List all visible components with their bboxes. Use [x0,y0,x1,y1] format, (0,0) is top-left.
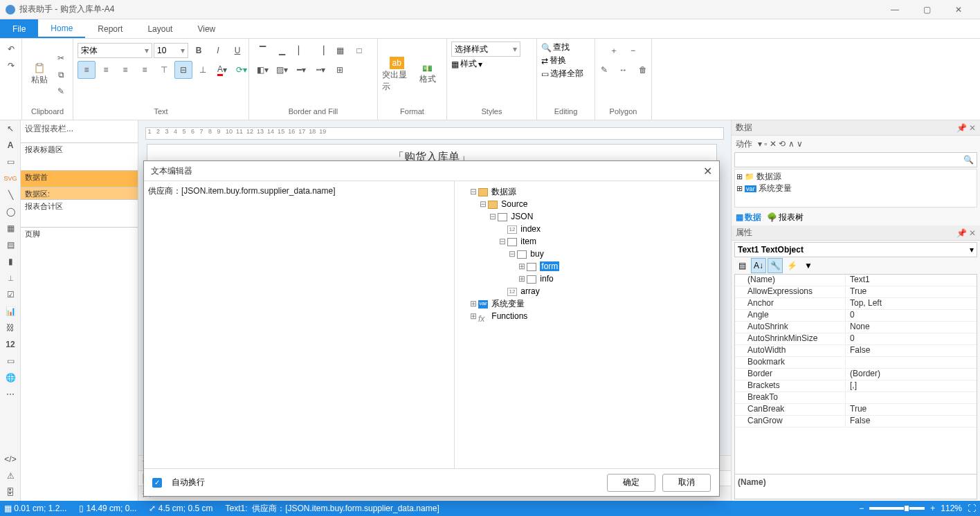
prop-value[interactable]: Top, Left [846,298,977,309]
menu-layout[interactable]: Layout [135,19,185,38]
rotate-button[interactable]: ⟳▾ [233,61,251,79]
prop-value[interactable] [846,357,977,368]
tool-svg[interactable]: SVG [0,170,21,187]
zoom-in-button[interactable]: + [930,504,935,513]
border-all-button[interactable]: ▦ [331,42,349,59]
prop-value[interactable]: [,] [846,380,977,391]
prop-value[interactable]: 0 [846,333,977,344]
tool-shape[interactable]: ◯ [0,203,21,220]
align-justify-button[interactable]: ≡ [136,61,154,79]
tool-line[interactable]: ╲ [0,187,21,203]
tool-globe[interactable]: 🌐 [0,369,21,386]
property-grid[interactable]: (Name)Text1AllowExpressionsTrueAnchorTop… [734,274,977,474]
outline-header[interactable]: 设置报表栏... [21,120,138,137]
tool-warn[interactable]: ⚠ [0,468,21,484]
valign-top-button[interactable]: ⊤ [155,61,173,79]
zoom-fit-button[interactable]: ⛶ [968,504,976,513]
pg-categorized[interactable]: ▤ [734,258,750,273]
poly-remove-button[interactable]: − [624,42,642,59]
tool-zip[interactable]: ⛓ [0,320,21,336]
dialog-close-button[interactable]: ✕ [703,165,712,178]
copy-button[interactable]: ⧉ [53,67,69,82]
data-search-input[interactable]: 🔍 [734,152,977,167]
border-none-button[interactable]: □ [350,42,368,59]
ok-button[interactable]: 确定 [607,474,655,492]
fill-color-button[interactable]: ◧▾ [253,61,271,79]
border-settings-button[interactable]: ⊞ [331,61,349,79]
style-select-combo[interactable]: 选择样式▾ [451,42,520,57]
poly-add-button[interactable]: ＋ [605,42,623,59]
pg-alphabetical[interactable]: A↓ [751,258,766,273]
tool-matrix[interactable]: ▤ [0,237,21,253]
band-title[interactable]: 报表标题区 [21,142,138,170]
dialog-data-tree[interactable]: ⊟ 数据源 ⊟ Source ⊟ JSON 12 index ⊟ item ⊟ [455,181,719,468]
poly-edit-button[interactable]: ✎ [595,61,613,79]
paste-button[interactable]: 粘贴 [26,52,52,98]
underline-button[interactable]: U [228,42,246,59]
zoom-out-button[interactable]: − [859,504,864,513]
font-color-button[interactable]: A▾ [213,61,231,79]
prop-value[interactable]: False [846,345,977,356]
close-button[interactable]: ✕ [943,0,974,19]
data-source-tree[interactable]: ⊞ 📁 数据源 ⊞ var 系统变量 [734,169,977,208]
highlight-button[interactable]: ab 突出显示 [382,52,412,98]
align-left-button[interactable]: ≡ [78,61,96,79]
replace-button[interactable]: ⇄ 替换 [541,55,566,66]
tool-table[interactable]: ▦ [0,220,21,237]
poly-delete-button[interactable]: 🗑 [634,61,652,79]
line-width-button[interactable]: ━▾ [292,61,310,79]
cancel-button[interactable]: 取消 [662,474,711,492]
font-size-combo[interactable]: 10▾ [154,43,188,58]
format-button[interactable]: 💵 格式 [413,52,443,98]
italic-button[interactable]: I [209,42,227,59]
prop-value[interactable]: False [846,416,977,427]
tab-report-tree[interactable]: 🌳 报表树 [767,212,804,223]
prop-value[interactable]: True [846,286,977,297]
styles-button[interactable]: ▦样式 ▾ [451,58,482,70]
font-family-combo[interactable]: 宋体▾ [78,43,152,58]
pg-filter[interactable]: ▼ [801,258,816,273]
prop-value[interactable]: Text1 [846,275,977,286]
wrap-checkbox[interactable]: ✓ [152,478,162,488]
prop-value[interactable]: None [846,322,977,333]
tool-number[interactable]: 12 [0,336,21,353]
find-button[interactable]: 🔍 查找 [541,42,570,53]
menu-report[interactable]: Report [85,19,135,38]
tool-pointer[interactable]: ↖ [0,120,21,137]
bold-button[interactable]: B [190,42,208,59]
line-style-button[interactable]: ┅▾ [311,61,329,79]
tool-chart[interactable]: 📊 [0,303,21,320]
tool-barcode[interactable]: ▮ [0,253,21,270]
border-color-button[interactable]: ▨▾ [273,61,291,79]
valign-bottom-button[interactable]: ⊥ [194,61,212,79]
border-right-button[interactable]: ▕ [311,42,329,59]
minimize-button[interactable]: — [879,0,911,19]
format-painter-button[interactable]: ✎ [53,84,69,99]
band-data-header[interactable]: 数据首 [21,170,138,187]
tool-picture[interactable]: ▭ [0,154,21,170]
undo-button[interactable]: ↶ [3,42,19,57]
cut-button[interactable]: ✂ [53,50,69,66]
prop-value[interactable]: True [846,404,977,415]
prop-value[interactable]: (Border) [846,369,977,380]
band-data[interactable]: 数据区: [21,187,138,199]
border-top-button[interactable]: ▔ [253,42,271,59]
tool-text[interactable]: A [0,137,21,154]
border-left-button[interactable]: ▏ [292,42,310,59]
zoom-level[interactable]: 112% [941,504,962,513]
redo-button[interactable]: ↷ [3,58,19,73]
tree-node-form[interactable]: form [540,261,559,271]
tab-data[interactable]: ▦ 数据 [736,212,761,223]
tool-more[interactable]: ⋯ [0,386,21,403]
tool-rulerv[interactable]: ⟂ [0,270,21,286]
select-all-button[interactable]: ▭ 选择全部 [541,68,583,80]
tool-cell[interactable]: ▭ [0,353,21,369]
tool-code[interactable]: </> [0,451,21,468]
pg-events[interactable]: ⚡ [784,258,799,273]
tool-check[interactable]: ☑ [0,286,21,303]
band-summary[interactable]: 报表合计区 [21,199,138,227]
menu-home[interactable]: Home [38,19,85,38]
valign-middle-button[interactable]: ⊟ [174,61,192,79]
tool-db[interactable]: 🗄 [0,484,21,501]
prop-value[interactable]: 0 [846,310,977,321]
